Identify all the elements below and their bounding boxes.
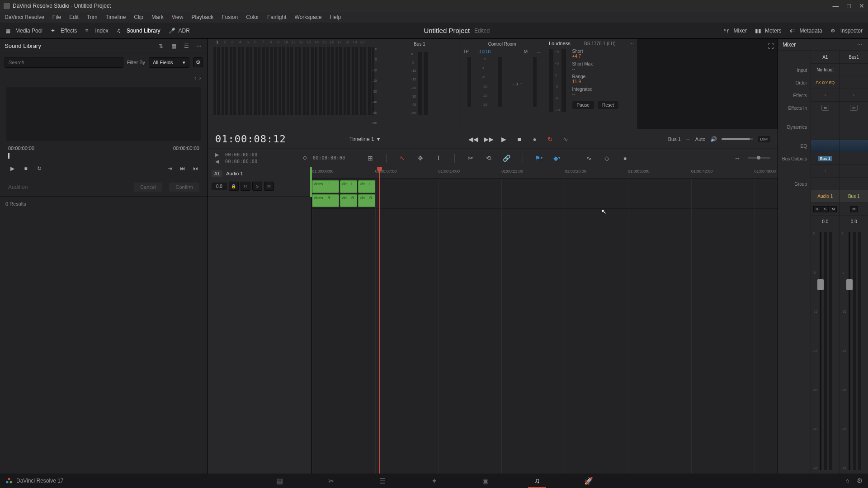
- preview-scrubber[interactable]: [8, 155, 199, 157]
- media-pool-button[interactable]: ▦Media Pool: [5, 28, 42, 34]
- preview-next-button[interactable]: ⏭: [179, 164, 187, 173]
- confirm-button[interactable]: Confirm: [169, 183, 199, 192]
- mx-ch2-busout-plus[interactable]: [840, 165, 868, 178]
- mixer-options-icon[interactable]: ⋯: [857, 42, 863, 48]
- mx-ch1-hdr[interactable]: A1: [811, 51, 840, 64]
- fastforward-button[interactable]: ▶▶: [484, 135, 493, 144]
- color-page-tab[interactable]: ◉: [480, 476, 491, 485]
- audio-clip[interactable]: dees... R: [312, 194, 339, 207]
- maximize-button[interactable]: □: [847, 2, 851, 9]
- dur-tc[interactable]: 00:00:00:00: [313, 155, 345, 160]
- preview-play-button[interactable]: ▶: [8, 164, 16, 173]
- meters-toggle[interactable]: ▮▮Meters: [755, 28, 782, 34]
- metadata-toggle[interactable]: 🏷Metadata: [790, 28, 822, 34]
- track-volume[interactable]: 0.0: [212, 183, 227, 190]
- scrub-head[interactable]: [8, 153, 9, 159]
- preview-loop-button[interactable]: ↻: [35, 164, 43, 173]
- zoom-slider[interactable]: [748, 157, 770, 159]
- mx-ch1-eq[interactable]: [811, 140, 840, 152]
- menu-timeline[interactable]: Timeline: [105, 14, 126, 20]
- pause-button[interactable]: Pause: [572, 101, 594, 109]
- audio-clip[interactable]: de... R: [358, 194, 375, 207]
- mixer-toggle[interactable]: ⫯⫯Mixer: [724, 28, 747, 34]
- timeline-dropdown[interactable]: Timeline 1 ▾: [349, 136, 380, 142]
- mx-ch1-input[interactable]: No Input: [811, 64, 840, 76]
- sound-library-button[interactable]: ♫Sound Library: [117, 28, 160, 34]
- stop-button[interactable]: ■: [515, 135, 524, 144]
- fader-track[interactable]: [849, 232, 850, 470]
- menu-clip[interactable]: Clip: [134, 14, 143, 20]
- menu-playback[interactable]: Playback: [191, 14, 213, 20]
- menu-davinci[interactable]: DaVinci Resolve: [5, 14, 44, 20]
- in-tc[interactable]: 00:00:00:00: [225, 152, 258, 157]
- mute-button[interactable]: M: [264, 182, 274, 191]
- mx-ch2-eq[interactable]: [840, 140, 868, 152]
- out-tc[interactable]: 00:00:00:00: [225, 159, 258, 164]
- timecode-display[interactable]: 01:00:08:12: [215, 133, 286, 145]
- mx-ch2-vol[interactable]: 0.0: [840, 216, 868, 228]
- snap-tool[interactable]: ⟲: [484, 153, 494, 163]
- mx-ch1-vol[interactable]: 0.0: [811, 216, 840, 228]
- fader-handle[interactable]: [846, 279, 853, 290]
- selection-tool[interactable]: ↖: [397, 153, 407, 163]
- mx-ch1-effects[interactable]: +: [811, 89, 840, 102]
- fairlight-page-tab[interactable]: ♫: [532, 476, 542, 485]
- prev-icon[interactable]: ‹: [194, 74, 197, 81]
- mx-ch2-m[interactable]: M: [850, 206, 858, 212]
- preview-insert-button[interactable]: ⇥: [166, 164, 174, 173]
- razor-tool[interactable]: ✂: [466, 153, 476, 163]
- dim-button[interactable]: DIM: [758, 136, 771, 142]
- mx-ch1-group[interactable]: [811, 178, 840, 190]
- crossfade-tool[interactable]: ◇: [602, 153, 612, 163]
- mx-ch1-r[interactable]: R: [813, 206, 821, 212]
- mx-ch1-m[interactable]: M: [830, 206, 837, 212]
- flag-tool[interactable]: ⚑▾: [534, 153, 544, 163]
- mx-ch1-dynamics[interactable]: [811, 114, 840, 140]
- adr-button[interactable]: 🎤ADR: [169, 28, 190, 34]
- mx-ch2-busout[interactable]: [840, 152, 868, 165]
- expand-icon[interactable]: ⛶: [768, 42, 774, 50]
- fader-track[interactable]: [820, 232, 821, 470]
- mx-ch2-hdr[interactable]: Bus1: [840, 51, 868, 64]
- rewind-button[interactable]: ◀◀: [469, 135, 478, 144]
- effects-button[interactable]: ✦Effects: [51, 28, 77, 34]
- cancel-button[interactable]: Cancel: [134, 183, 162, 192]
- mx-ch1-busout[interactable]: Bus 1: [811, 152, 840, 165]
- zoom-horizontal-icon[interactable]: ↔: [732, 153, 742, 163]
- fader-handle[interactable]: [817, 279, 824, 290]
- playhead[interactable]: [379, 167, 380, 474]
- cut-page-tab[interactable]: ✂: [326, 476, 336, 485]
- menu-view[interactable]: View: [172, 14, 184, 20]
- track-header-a1[interactable]: A1 Audio 1 0.0 🔒 R S M: [208, 167, 311, 197]
- audio-clip[interactable]: dees... L: [312, 180, 339, 193]
- index-button[interactable]: ≡Index: [85, 28, 108, 34]
- mx-ch1-s[interactable]: S: [821, 206, 829, 212]
- mx-ch1-name[interactable]: Audio 1: [811, 190, 840, 203]
- audio-clip[interactable]: de... L: [340, 180, 357, 193]
- mx-ch2-order[interactable]: [840, 76, 868, 89]
- lock-icon[interactable]: 🔒: [229, 182, 239, 191]
- menu-workspace[interactable]: Workspace: [295, 14, 322, 20]
- play-button[interactable]: ▶: [500, 135, 509, 144]
- mx-ch2-input[interactable]: [840, 64, 868, 76]
- menu-color[interactable]: Color: [246, 14, 259, 20]
- filter-dropdown[interactable]: All Fields▾: [149, 57, 189, 68]
- loop-button[interactable]: ↻: [546, 135, 555, 144]
- menu-trim[interactable]: Trim: [87, 14, 98, 20]
- automation-button[interactable]: ∿: [561, 135, 570, 144]
- close-button[interactable]: ✕: [859, 2, 864, 9]
- search-input[interactable]: [5, 57, 123, 68]
- link-tool[interactable]: 🔗: [502, 153, 512, 163]
- mx-ch1-order[interactable]: FX DY EQ: [811, 76, 840, 89]
- arm-button[interactable]: R: [241, 182, 250, 191]
- audio-clip[interactable]: de... R: [340, 194, 357, 207]
- menu-fusion[interactable]: Fusion: [222, 14, 238, 20]
- clip-gain-tool[interactable]: ●: [620, 153, 630, 163]
- transient-tool[interactable]: ∿: [584, 153, 594, 163]
- deliver-page-tab[interactable]: 🚀: [583, 476, 594, 485]
- edit-page-tab[interactable]: ☰: [377, 476, 388, 485]
- record-button[interactable]: ●: [530, 135, 539, 144]
- timeline-view-options[interactable]: ⊞: [365, 153, 375, 163]
- timeline-canvas[interactable]: 01:00:00:0001:00:07:0001:00:14:0001:00:2…: [312, 167, 778, 474]
- menu-mark[interactable]: Mark: [151, 14, 164, 20]
